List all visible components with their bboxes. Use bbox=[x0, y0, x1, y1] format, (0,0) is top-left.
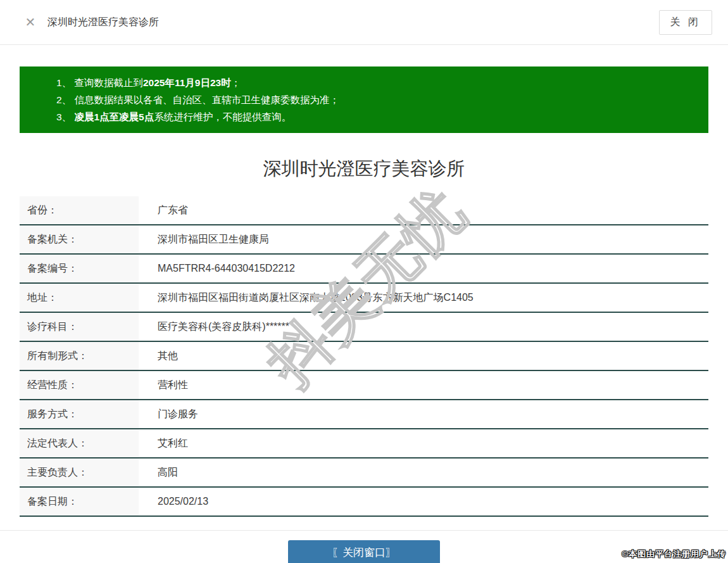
row-label: 备案编号： bbox=[20, 255, 139, 282]
row-label: 主要负责人： bbox=[20, 459, 139, 486]
table-row: 所有制形式： 其他 bbox=[20, 342, 708, 371]
table-row: 主要负责人： 高阳 bbox=[20, 459, 708, 488]
row-value: 深圳市福田区卫生健康局 bbox=[139, 233, 269, 246]
section-divider bbox=[0, 530, 728, 531]
row-label: 备案日期： bbox=[20, 488, 139, 516]
notice-box: 1、 查询数据截止到2025年11月9日23时； 2、 信息数据结果以各省、自治… bbox=[20, 66, 708, 133]
button-row: 〖关闭窗口〗 bbox=[20, 540, 708, 563]
row-value: 其他 bbox=[139, 350, 178, 363]
row-value: 营利性 bbox=[139, 379, 188, 392]
row-value: MA5FTRR4-644030415D2212 bbox=[139, 263, 295, 274]
page-title: 深圳时光澄医疗美容诊所 bbox=[20, 156, 708, 181]
close-icon[interactable]: ✕ bbox=[24, 16, 37, 28]
row-label: 省份： bbox=[20, 196, 139, 224]
table-row: 地址： 深圳市福田区福田街道岗厦社区深南大道1003号东方新天地广场C1405 bbox=[20, 284, 708, 313]
row-value: 高阳 bbox=[139, 466, 178, 479]
row-value: 深圳市福田区福田街道岗厦社区深南大道1003号东方新天地广场C1405 bbox=[139, 291, 474, 305]
table-row: 备案日期： 2025/02/13 bbox=[20, 488, 708, 517]
info-table: 省份： 广东省 备案机关： 深圳市福田区卫生健康局 备案编号： MA5FTRR4… bbox=[20, 196, 708, 517]
table-row: 省份： 广东省 bbox=[20, 196, 708, 225]
row-value: 医疗美容科(美容皮肤科)****** bbox=[139, 320, 289, 334]
table-row: 备案编号： MA5FTRR4-644030415D2212 bbox=[20, 255, 708, 284]
notice-line: 3、 凌晨1点至凌晨5点系统进行维护，不能提供查询。 bbox=[56, 108, 696, 125]
notice-line: 1、 查询数据截止到2025年11月9日23时； bbox=[56, 74, 696, 91]
close-button[interactable]: 关 闭 bbox=[659, 10, 712, 35]
table-row: 服务方式： 门诊服务 bbox=[20, 400, 708, 429]
window-title: 深圳时光澄医疗美容诊所 bbox=[47, 16, 159, 29]
table-row: 备案机关： 深圳市福田区卫生健康局 bbox=[20, 225, 708, 255]
close-window-button[interactable]: 〖关闭窗口〗 bbox=[288, 540, 440, 563]
row-value: 门诊服务 bbox=[139, 408, 198, 421]
row-label: 所有制形式： bbox=[20, 342, 139, 370]
notice-line: 2、 信息数据结果以各省、自治区、直辖市卫生健康委数据为准； bbox=[56, 91, 696, 108]
top-bar: ✕ 深圳时光澄医疗美容诊所 关 闭 bbox=[0, 0, 728, 45]
table-row: 经营性质： 营利性 bbox=[20, 371, 708, 400]
row-label: 诊疗科目： bbox=[20, 313, 139, 341]
row-value: 2025/02/13 bbox=[139, 496, 208, 507]
row-value: 广东省 bbox=[139, 204, 188, 217]
table-row: 法定代表人： 艾利红 bbox=[20, 429, 708, 459]
row-label: 法定代表人： bbox=[20, 429, 139, 457]
main-content: 1、 查询数据截止到2025年11月9日23时； 2、 信息数据结果以各省、自治… bbox=[0, 66, 728, 563]
upload-credit: ©本图由平台注册用户上传 bbox=[622, 548, 726, 560]
row-label: 备案机关： bbox=[20, 225, 139, 253]
row-label: 地址： bbox=[20, 284, 139, 312]
table-row: 诊疗科目： 医疗美容科(美容皮肤科)****** bbox=[20, 313, 708, 342]
row-label: 经营性质： bbox=[20, 371, 139, 399]
row-label: 服务方式： bbox=[20, 400, 139, 428]
row-value: 艾利红 bbox=[139, 437, 188, 450]
